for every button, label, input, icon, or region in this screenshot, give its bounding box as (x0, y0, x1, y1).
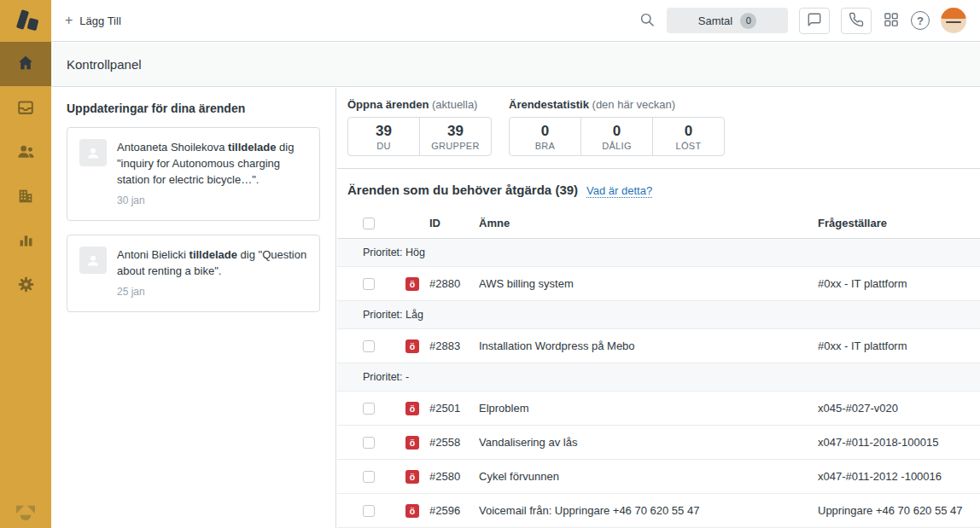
ticket-subject[interactable]: AWS billing system (479, 277, 818, 290)
notification-text: Antoaneta Shoilekova tilldelade dig "inq… (117, 139, 307, 209)
column-header-requester: Frågeställare (818, 217, 980, 229)
priority-group-row: Prioritet: Låg (337, 301, 980, 329)
sidebar-item-settings[interactable] (0, 264, 51, 308)
updates-panel: Uppdateringar för dina ärenden Antoaneta… (51, 88, 336, 528)
notification-target: dig (279, 141, 294, 154)
apps-grid-icon (883, 11, 900, 31)
stat-label: DU (376, 141, 391, 151)
home-icon (16, 54, 35, 75)
sidebar-item-home[interactable] (0, 42, 51, 86)
ticket-id: #2883 (429, 339, 479, 352)
add-button-label: Lägg Till (79, 15, 120, 27)
views-icon (16, 98, 35, 119)
help-button[interactable]: ? (911, 11, 930, 30)
sidebar-item-organizations[interactable] (0, 175, 51, 219)
notification-card[interactable]: Antoni Bielicki tilldelade dig "Question… (67, 235, 320, 312)
column-header-subject: Ämne (479, 217, 818, 229)
ticket-requester: #0xx - IT plattform (818, 277, 980, 290)
row-checkbox[interactable] (363, 278, 375, 290)
ticket-id: #2880 (429, 277, 479, 290)
table-row[interactable]: ö #2580 Cykel förvunnen x047-#011-2012 -… (337, 460, 980, 494)
stat-value: 0 (613, 123, 621, 140)
ticket-subject[interactable]: Cykel förvunnen (479, 470, 818, 483)
row-checkbox[interactable] (363, 437, 375, 449)
page-title: Kontrollpanel (67, 57, 142, 72)
stat-box-you: 39 DU (347, 117, 420, 156)
ticket-subject[interactable]: Vandalisering av lås (479, 436, 818, 449)
status-badge-open: ö (405, 402, 419, 415)
ticket-subject[interactable]: Installation Wordpress på Mebo (479, 339, 818, 352)
status-badge-open: ö (405, 339, 419, 353)
status-badge-open: ö (405, 504, 419, 518)
notification-action: tilldelade (228, 141, 276, 154)
table-row[interactable]: ö #2596 Voicemail från: Uppringare +46 7… (337, 494, 980, 528)
ticket-subject[interactable]: Elproblem (479, 402, 818, 415)
phone-button[interactable] (841, 8, 872, 34)
row-checkbox[interactable] (363, 340, 375, 352)
what-is-this-link[interactable]: Vad är detta? (586, 184, 652, 198)
notification-actor: Antoni Bielicki (117, 248, 186, 261)
ticket-requester: Uppringare +46 70 620 55 47 (818, 504, 980, 517)
priority-group-label: Prioritet: Låg (363, 309, 423, 321)
avatar-glasses (946, 21, 961, 23)
tickets-section-header: Ärenden som du behöver åtgärda (39) Vad … (337, 169, 980, 208)
sidebar-item-customers[interactable] (0, 131, 51, 175)
calls-button[interactable]: Samtal 0 (667, 8, 788, 33)
top-bar: + Lägg Till Samtal 0 (51, 0, 980, 42)
reports-icon (17, 231, 35, 252)
row-checkbox[interactable] (363, 403, 375, 415)
avatar-placeholder (79, 247, 107, 274)
tickets-table: ID Ämne Frågeställare Prioritet: Hög ö #… (337, 208, 980, 528)
notification-target: dig (241, 248, 255, 261)
table-row[interactable]: ö #2558 Vandalisering av lås x047-#011-2… (337, 426, 980, 460)
user-avatar[interactable] (941, 8, 966, 33)
stat-box-groups: 39 GRUPPER (419, 117, 492, 156)
add-button[interactable]: + Lägg Till (65, 14, 121, 27)
stat-label: DÅLIG (602, 141, 632, 151)
customers-icon (16, 142, 36, 164)
row-checkbox[interactable] (363, 505, 375, 517)
ticket-subject[interactable]: Voicemail från: Uppringare +46 70 620 55… (479, 504, 818, 517)
notification-text: Antoni Bielicki tilldelade dig "Question… (117, 247, 307, 300)
stat-box-solved: 0 LÖST (652, 117, 725, 156)
notification-date: 30 jan (117, 193, 307, 209)
status-badge-open: ö (405, 277, 419, 291)
tickets-section-title: Ärenden som du behöver åtgärda (39) (347, 183, 578, 197)
ticket-id: #2558 (429, 436, 479, 449)
zendesk-logo (0, 504, 51, 521)
notification-subject: "inquiry for Autonomous charging station… (117, 157, 280, 186)
table-row[interactable]: ö #2880 AWS billing system #0xx - IT pla… (337, 267, 980, 301)
settings-icon (17, 276, 35, 296)
search-button[interactable] (639, 11, 656, 31)
sidebar-item-reports[interactable] (0, 219, 51, 264)
notification-card[interactable]: Antoaneta Shoilekova tilldelade dig "inq… (67, 127, 320, 221)
row-checkbox[interactable] (363, 471, 375, 483)
sidebar (0, 0, 51, 528)
select-all-checkbox[interactable] (363, 218, 375, 229)
notification-actor: Antoaneta Shoilekova (117, 141, 225, 154)
table-row[interactable]: ö #2883 Installation Wordpress på Mebo #… (337, 329, 980, 363)
open-tickets-stats: Öppna ärenden (aktuella) 39 DU 39 GRUPPE… (347, 98, 492, 156)
sidebar-item-views[interactable] (0, 86, 51, 131)
phone-icon (849, 12, 864, 30)
stat-label: LÖST (676, 141, 702, 151)
stats-row: Öppna ärenden (aktuella) 39 DU 39 GRUPPE… (337, 88, 980, 156)
ticket-requester: x047-#011-2018-100015 (818, 436, 980, 449)
apps-button[interactable] (883, 11, 900, 31)
table-row[interactable]: ö #2501 Elproblem x045-#027-v020 (337, 392, 980, 426)
updates-panel-title: Uppdateringar för dina ärenden (67, 102, 320, 115)
logo-mark (27, 18, 39, 31)
stats-title-text: Ärendestatistik (509, 98, 589, 111)
chat-button[interactable] (799, 8, 830, 34)
stat-value: 39 (447, 123, 464, 140)
ticket-requester: x047-#011-2012 -100016 (818, 470, 980, 483)
ticket-statistics-stats: Ärendestatistik (den här veckan) 0 BRA 0… (509, 98, 725, 156)
ticket-id: #2501 (429, 402, 479, 415)
chat-icon (807, 12, 822, 30)
dashboard-content: Öppna ärenden (aktuella) 39 DU 39 GRUPPE… (337, 88, 980, 528)
stats-title-text: Öppna ärenden (347, 98, 429, 111)
stat-value: 0 (541, 123, 549, 140)
notification-date: 25 jan (117, 284, 307, 300)
ticket-id: #2596 (429, 504, 479, 517)
avatar-placeholder (79, 139, 107, 166)
